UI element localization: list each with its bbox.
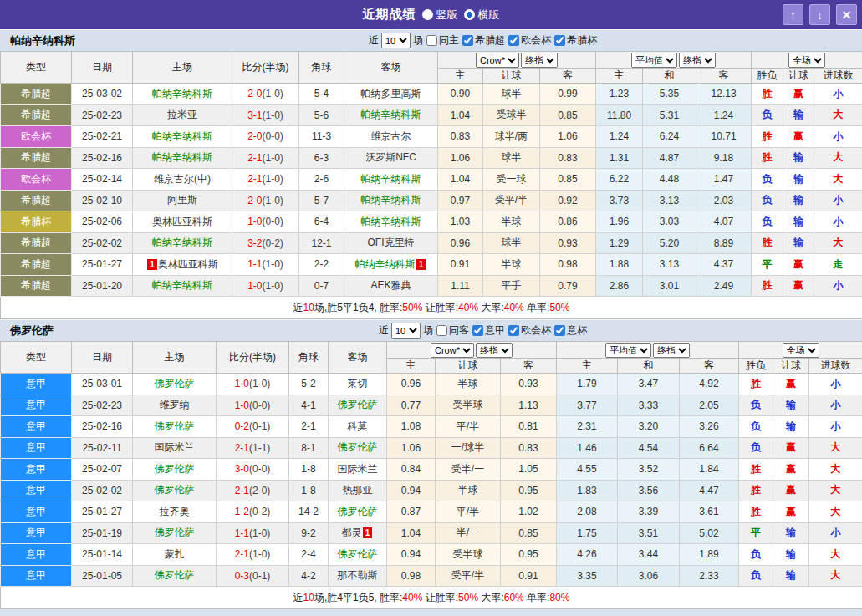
crow-source-select[interactable]: Crow* — [431, 343, 474, 358]
fulltime-score: 2-1 — [247, 152, 262, 164]
corners-cell: 1-8 — [289, 459, 329, 481]
match-row: 希腊超25-02-02帕纳辛纳科斯3-2(0-2)12-1OFI克里特0.96球… — [1, 232, 862, 254]
league-checkbox-1[interactable] — [508, 325, 519, 336]
same-venue-checkbox-label[interactable]: 同客 — [436, 323, 469, 338]
away-team-name: 都灵 — [342, 527, 362, 538]
subcol-1: 让球 — [483, 69, 540, 84]
corners-cell: 5-2 — [289, 374, 329, 395]
same-venue-label: 同主 — [439, 33, 459, 48]
avg-source-select[interactable]: 平均值 — [605, 343, 651, 358]
radio-horizontal-icon[interactable] — [464, 9, 475, 20]
home-team-name: 维京古尔(中) — [154, 173, 211, 185]
red-card-badge: 1 — [416, 259, 426, 270]
subcol-3: 主 — [596, 69, 643, 84]
date-cell: 25-02-11 — [72, 437, 133, 459]
summary-segment: 40% — [458, 302, 478, 313]
result-cell-0: 平 — [739, 522, 773, 544]
subcol-0: 主 — [438, 69, 483, 84]
avg-odds-cell-2: 3.26 — [680, 416, 739, 438]
subcol-0: 主 — [387, 359, 436, 374]
crow-odds-cell-0: 0.96 — [438, 232, 483, 254]
same-venue-checkbox-label[interactable]: 同主 — [426, 33, 459, 48]
result-cell-0: 胜 — [752, 232, 783, 254]
recent-count-select[interactable]: 10 — [391, 323, 421, 339]
home-team-cell: 佛罗伦萨 — [133, 374, 217, 395]
league-checkbox-1[interactable] — [508, 35, 519, 46]
league-label: 意甲 — [485, 323, 505, 338]
summary-segment: 60% — [504, 592, 524, 603]
league-checkbox-label[interactable]: 欧会杯 — [508, 323, 551, 338]
date-cell: 25-02-23 — [72, 104, 133, 126]
scope-select[interactable]: 全场 — [788, 53, 825, 68]
league-checkbox-label[interactable]: 希腊超 — [462, 33, 505, 48]
scope-select[interactable]: 全场 — [783, 343, 819, 358]
col-home: 主场 — [133, 342, 217, 374]
league-checkbox-label[interactable]: 意杯 — [553, 323, 587, 338]
score-cell: 1-1(1-0) — [232, 254, 299, 276]
close-button[interactable]: ✕ — [836, 4, 857, 25]
league-type-badge: 意甲 — [1, 395, 72, 416]
subcol-6: 胜负 — [739, 359, 773, 374]
result-cell-2: 大 — [809, 565, 862, 587]
layout-radio-horizontal[interactable]: 横版 — [464, 8, 500, 23]
results-table: 类型日期主场比分(半场)角球客场Crow*终指平均值终指全场主让球客主和客胜负让… — [0, 341, 862, 609]
match-row: 希腊超25-02-10阿里斯2-0(1-0)5-7帕纳辛纳科斯0.97受平/半0… — [1, 190, 862, 211]
league-type-badge: 意甲 — [1, 544, 72, 566]
result-cell-2: 小 — [809, 374, 862, 395]
layout-radio-vertical[interactable]: 竖版 — [422, 8, 458, 23]
summary-segment: 80% — [549, 592, 569, 603]
avg-odds-cell-1: 4.48 — [643, 169, 696, 191]
league-checkbox-label[interactable]: 意甲 — [472, 323, 505, 338]
crow-final-select[interactable]: 终指 — [521, 53, 558, 68]
match-row: 希腊超25-01-20帕纳辛纳科斯1-0(1-0)0-7AEK雅典1.11平手0… — [1, 275, 862, 297]
league-checkbox-2[interactable] — [554, 325, 565, 336]
filter-bar: 近10场同客意甲欧会杯意杯 — [379, 323, 587, 339]
move-down-button[interactable]: ↓ — [809, 4, 830, 25]
halftime-score: (0-0) — [263, 130, 283, 142]
crow-odds-cell-1: 受半/一 — [436, 459, 501, 481]
halftime-score: (0-0) — [249, 463, 270, 475]
league-checkbox-2[interactable] — [554, 35, 565, 46]
avg-final-select[interactable]: 终指 — [679, 53, 716, 68]
crow-odds-cell-2: 1.13 — [501, 395, 557, 416]
crow-odds-cell-0: 0.94 — [387, 480, 436, 501]
move-up-button[interactable]: ↑ — [783, 4, 803, 25]
avg-final-select[interactable]: 终指 — [653, 343, 690, 358]
col-date: 日期 — [72, 52, 133, 84]
col-corner: 角球 — [299, 52, 344, 84]
crow-odds-cell-2: 0.95 — [501, 544, 557, 566]
games-label: 场 — [423, 323, 433, 338]
away-team-cell: 帕纳辛纳科斯 — [344, 190, 438, 211]
corners-cell: 2-4 — [289, 544, 329, 566]
league-checkbox-label[interactable]: 欧会杯 — [508, 33, 551, 48]
avg-odds-cell-2: 8.89 — [696, 232, 752, 254]
home-team-name: 帕纳辛纳科斯 — [152, 237, 212, 248]
same-venue-checkbox[interactable] — [426, 35, 437, 46]
result-cell-0: 负 — [739, 437, 773, 459]
away-team-cell: 热那亚 — [329, 480, 387, 501]
avg-odds-cell-2: 4.47 — [680, 480, 739, 501]
avg-odds-cell-0: 3.73 — [596, 190, 643, 211]
avg-source-select[interactable]: 平均值 — [631, 53, 677, 68]
recent-count-select[interactable]: 10 — [381, 33, 411, 48]
match-row: 意甲25-02-07佛罗伦萨3-0(0-0)1-8国际米兰0.84受半/一1.0… — [1, 459, 862, 481]
crow-source-select[interactable]: Crow* — [476, 53, 519, 68]
home-team-name: 国际米兰 — [155, 441, 195, 453]
summary-segment: 单率: — [524, 592, 550, 603]
summary-cell: 近10场,胜4平1负5, 胜率:40% 让胜率:50% 大率:60% 单率:80… — [1, 587, 862, 609]
league-checkbox-label[interactable]: 希腊杯 — [553, 33, 597, 48]
avg-odds-cell-0: 1.46 — [557, 437, 618, 459]
league-type-badge: 希腊超 — [1, 254, 72, 276]
date-cell: 25-03-01 — [72, 374, 133, 395]
league-checkbox-0[interactable] — [472, 325, 483, 336]
radio-vertical-icon[interactable] — [422, 9, 433, 20]
halftime-score: (2-0) — [249, 485, 270, 496]
crow-final-select[interactable]: 终指 — [476, 343, 513, 358]
titlebar: 近期战绩 竖版 横版 ↑ ↓ ✕ — [0, 0, 862, 29]
league-checkbox-0[interactable] — [462, 35, 473, 46]
halftime-score: (1-0) — [263, 280, 283, 292]
same-venue-checkbox[interactable] — [436, 325, 447, 336]
corners-cell: 14-2 — [289, 501, 329, 523]
avg-odds-cell-1: 3.13 — [643, 190, 696, 211]
corners-cell: 4-2 — [289, 565, 329, 587]
